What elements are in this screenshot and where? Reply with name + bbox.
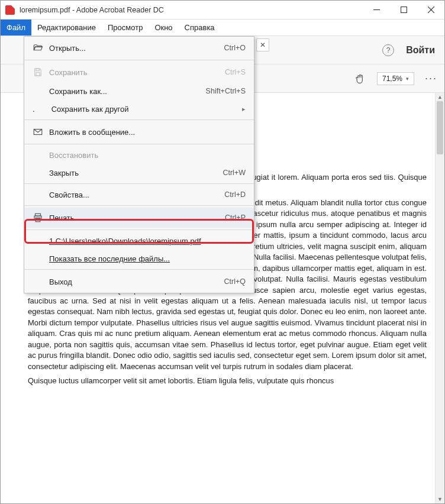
mail-icon: [33, 127, 49, 137]
menu-item-save-as[interactable]: Сохранить как... Shift+Ctrl+S: [24, 82, 254, 100]
menu-shortcut: Ctrl+P: [225, 214, 246, 222]
scroll-thumb[interactable]: [437, 101, 443, 154]
app-window: loremipsum.pdf - Adobe Acrobat Reader DC…: [0, 0, 445, 504]
window-controls: [363, 1, 444, 20]
minimize-button[interactable]: [363, 1, 390, 20]
menu-label: Закрыть: [49, 169, 222, 177]
menu-label: Печать...: [49, 214, 225, 222]
menu-item-print[interactable]: Печать... Ctrl+P: [24, 208, 254, 228]
save-icon: [33, 67, 49, 77]
help-icon[interactable]: ?: [382, 44, 394, 56]
menu-item-properties[interactable]: Свойства... Ctrl+D: [24, 186, 254, 203]
menu-edit[interactable]: Редактирование: [31, 20, 102, 35]
menu-label: Открыть...: [49, 44, 224, 53]
menu-label: Восстановить: [49, 151, 246, 160]
menu-item-open[interactable]: Открыть... Ctrl+O: [24, 38, 254, 58]
signin-button[interactable]: Войти: [402, 45, 438, 56]
menu-item-exit[interactable]: Выход Ctrl+Q: [24, 272, 254, 292]
menu-shortcut: Shift+Ctrl+S: [206, 87, 246, 95]
menu-shortcut: Ctrl+D: [224, 190, 246, 199]
menu-label: Сохранить: [49, 68, 225, 77]
print-icon: [33, 212, 49, 223]
menu-shortcut: Ctrl+O: [224, 44, 246, 52]
svg-rect-4: [36, 69, 39, 71]
folder-open-icon: [33, 43, 49, 53]
menu-separator: [24, 205, 254, 206]
menu-separator: [24, 269, 254, 270]
menu-file[interactable]: Файл: [1, 20, 31, 35]
menu-view[interactable]: Просмотр: [102, 20, 149, 35]
menu-shortcut: Ctrl+W: [222, 169, 246, 177]
menu-label: 1 C:\Users\nelko\Downloads\loremipsum.pd…: [49, 237, 246, 245]
menu-separator: [24, 144, 254, 144]
para: Quisque luctus ullamcorper velit sit ame…: [28, 376, 427, 386]
menu-item-attach[interactable]: Вложить в сообщение...: [24, 122, 254, 142]
menu-separator: [24, 230, 254, 230]
menubar: Файл Редактирование Просмотр Окно Справк…: [1, 20, 444, 36]
menu-label: Сохранить как...: [49, 87, 206, 96]
menu-label: Выход: [49, 277, 224, 286]
menu-item-save[interactable]: Сохранить Ctrl+S: [24, 62, 254, 82]
menu-item-show-recent[interactable]: Показать все последние файлы...: [24, 250, 254, 267]
menu-shortcut: Ctrl+S: [225, 68, 246, 76]
scroll-down-arrow[interactable]: ▼: [436, 495, 444, 503]
chevron-right-icon: ▸: [242, 105, 246, 113]
menu-label: Сохранить как другой: [51, 105, 238, 114]
svg-rect-8: [36, 219, 40, 222]
menu-label: Вложить в сообщение...: [49, 128, 246, 137]
svg-rect-5: [36, 73, 40, 76]
titlebar: loremipsum.pdf - Adobe Acrobat Reader DC: [1, 1, 444, 20]
menu-item-restore[interactable]: Восстановить: [24, 146, 254, 164]
window-title: loremipsum.pdf - Adobe Acrobat Reader DC: [20, 6, 164, 14]
menu-label: Свойства...: [49, 190, 224, 199]
svg-rect-1: [401, 7, 407, 13]
menu-window[interactable]: Окно: [149, 20, 178, 35]
maximize-button[interactable]: [390, 1, 417, 20]
menu-help[interactable]: Справка: [179, 20, 221, 35]
scroll-up-arrow[interactable]: ▲: [436, 93, 444, 101]
menu-separator: [24, 60, 254, 60]
close-button[interactable]: [417, 1, 444, 20]
app-icon: [5, 5, 15, 15]
tab-close-button[interactable]: ✕: [256, 38, 269, 51]
file-dropdown-menu: Открыть... Ctrl+O Сохранить Ctrl+S Сохра…: [24, 36, 254, 293]
hand-tool-icon[interactable]: [354, 73, 366, 85]
zoom-value: 71,5%: [382, 75, 402, 83]
menu-shortcut: Ctrl+Q: [224, 277, 246, 286]
menu-label: Показать все последние файлы...: [49, 254, 246, 263]
menu-item-recent-1[interactable]: 1 C:\Users\nelko\Downloads\loremipsum.pd…: [24, 232, 254, 250]
vertical-scrollbar[interactable]: ▲ ▼: [435, 93, 444, 503]
menu-item-save-other[interactable]: . Сохранить как другой ▸: [24, 100, 254, 118]
zoom-combo[interactable]: 71,5% ▾: [377, 72, 414, 85]
more-tools-button[interactable]: ···: [425, 72, 437, 85]
menu-separator: [24, 119, 254, 120]
menu-item-close[interactable]: Закрыть Ctrl+W: [24, 164, 254, 182]
menu-separator: [24, 183, 254, 184]
chevron-down-icon: ▾: [406, 76, 409, 82]
